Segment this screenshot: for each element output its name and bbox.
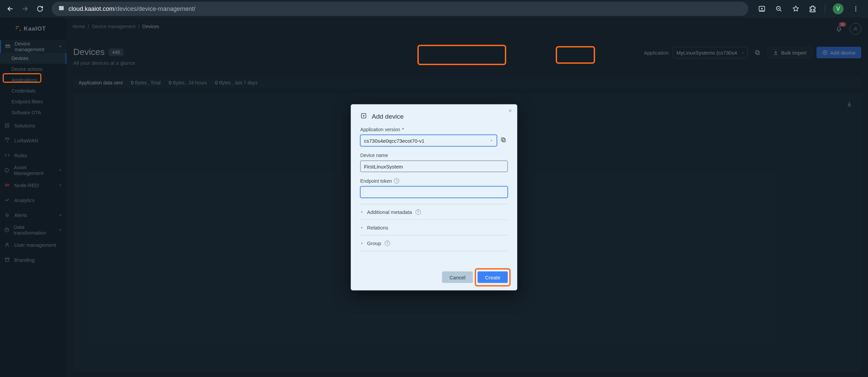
back-button[interactable] bbox=[4, 3, 16, 15]
help-icon[interactable]: ? bbox=[415, 209, 421, 215]
modal-title: Add device bbox=[372, 113, 404, 120]
close-icon[interactable] bbox=[508, 108, 513, 115]
bookmark-star-icon[interactable] bbox=[791, 4, 801, 14]
app-version-label: Application version bbox=[360, 127, 400, 132]
help-icon[interactable]: ? bbox=[384, 240, 390, 246]
svg-rect-39 bbox=[501, 138, 505, 141]
expander-relations[interactable]: Relations bbox=[360, 220, 508, 235]
svg-point-5 bbox=[60, 9, 61, 10]
extensions-icon[interactable] bbox=[808, 4, 817, 14]
device-name-label: Device name bbox=[360, 153, 388, 158]
profile-avatar[interactable]: V bbox=[833, 3, 844, 14]
url-path: /devices/device-management/ bbox=[114, 5, 195, 12]
endpoint-token-label: Endpoint token bbox=[360, 178, 392, 184]
endpoint-token-input[interactable] bbox=[360, 186, 508, 198]
add-device-icon bbox=[360, 113, 367, 121]
install-app-icon[interactable] bbox=[757, 4, 767, 14]
create-button[interactable]: Create bbox=[477, 272, 508, 283]
kebab-menu-icon[interactable] bbox=[851, 4, 861, 14]
expander-additional-metadata[interactable]: Additional metadata ? bbox=[360, 204, 508, 220]
svg-point-3 bbox=[60, 6, 61, 7]
expander-group[interactable]: Group ? bbox=[360, 235, 508, 251]
svg-point-10 bbox=[855, 10, 856, 11]
site-settings-icon[interactable] bbox=[58, 5, 64, 13]
url-domain: cloud.kaaiot.com bbox=[68, 5, 114, 12]
svg-point-4 bbox=[62, 7, 63, 8]
application-version-select[interactable]: cs730s4e0qcc73ecot70-v1 bbox=[360, 135, 497, 146]
device-name-input[interactable] bbox=[360, 161, 508, 172]
reload-button[interactable] bbox=[34, 3, 46, 15]
address-bar[interactable]: cloud.kaaiot.com/devices/device-manageme… bbox=[52, 2, 748, 16]
browser-toolbar: cloud.kaaiot.com/devices/device-manageme… bbox=[0, 0, 868, 18]
add-device-modal: Add device Application version* cs730s4e… bbox=[351, 104, 517, 291]
svg-point-8 bbox=[855, 6, 856, 7]
cancel-button[interactable]: Cancel bbox=[442, 272, 473, 283]
help-icon[interactable]: ? bbox=[394, 178, 399, 184]
zoom-icon[interactable] bbox=[774, 4, 784, 14]
svg-point-9 bbox=[855, 8, 856, 9]
copy-icon[interactable] bbox=[500, 137, 508, 144]
forward-button[interactable] bbox=[19, 3, 31, 15]
svg-rect-38 bbox=[502, 139, 506, 142]
